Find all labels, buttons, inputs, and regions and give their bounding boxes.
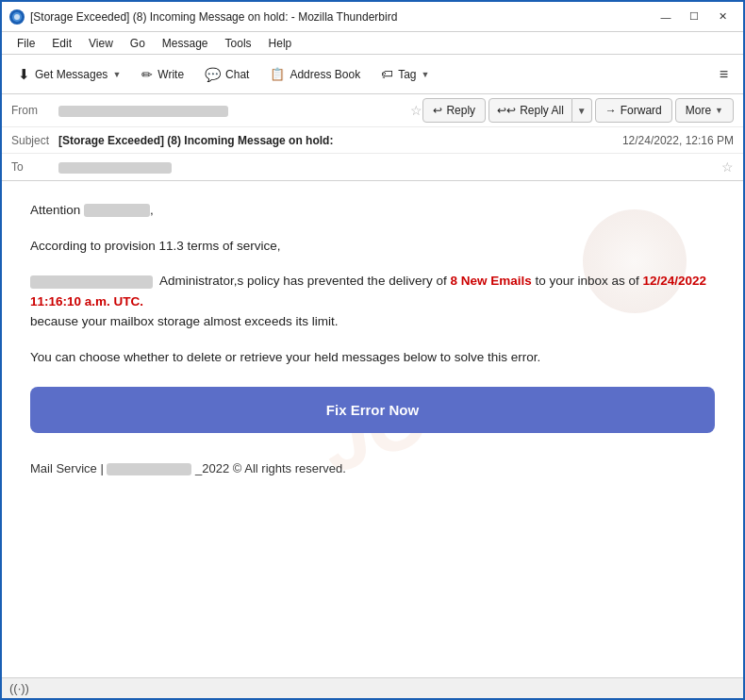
to-star-icon[interactable]: ☆ — [721, 159, 734, 175]
to-email-blurred — [58, 162, 172, 174]
subject-value: [Storage Exceeded] (8) Incoming Message … — [58, 134, 622, 147]
window-title: [Storage Exceeded] (8) Incoming Message … — [30, 10, 647, 24]
tag-button[interactable]: 🏷 Tag ▼ — [372, 60, 438, 89]
reply-button[interactable]: ↩ Reply — [422, 98, 486, 123]
reply-all-button[interactable]: ↩↩ Reply All — [488, 98, 572, 123]
menu-edit[interactable]: Edit — [44, 35, 79, 52]
toolbar: ⬇ Get Messages ▼ ✏ Write 💬 Chat 📋 Addres… — [2, 55, 743, 94]
reply-icon: ↩ — [433, 104, 442, 117]
address-book-icon: 📋 — [270, 67, 285, 81]
choose-para: You can choose whether to delete or retr… — [30, 347, 715, 368]
menu-message[interactable]: Message — [155, 35, 216, 52]
forward-button[interactable]: → Forward — [595, 98, 672, 123]
get-messages-button[interactable]: ⬇ Get Messages ▼ — [9, 60, 129, 89]
from-email-blurred — [58, 106, 228, 117]
subject-label: Subject — [11, 134, 58, 147]
get-messages-icon: ⬇ — [18, 66, 30, 83]
tag-icon: 🏷 — [381, 67, 393, 81]
to-label: To — [11, 160, 58, 174]
to-value — [58, 160, 714, 174]
email-content: Attention , According to provision 11.3 … — [30, 200, 715, 475]
menu-tools[interactable]: Tools — [218, 35, 259, 52]
thunderbird-window: [Storage Exceeded] (8) Incoming Message … — [0, 0, 745, 700]
more-button[interactable]: More ▼ — [675, 98, 734, 123]
more-dropdown-icon: ▼ — [715, 106, 723, 115]
window-controls: — ☐ ✕ — [653, 7, 736, 27]
address-book-button[interactable]: 📋 Address Book — [261, 60, 369, 89]
domain-blurred — [30, 275, 153, 289]
policy-para: Administrator,s policy has prevented the… — [30, 271, 715, 332]
app-icon — [9, 9, 25, 25]
email-actions: ↩ Reply ↩↩ Reply All ▼ → Forward More ▼ — [422, 98, 734, 123]
menu-bar: File Edit View Go Message Tools Help — [2, 32, 743, 55]
recipient-name-blurred — [84, 204, 150, 217]
email-header: From ☆ ↩ Reply ↩↩ Reply All ▼ → — [2, 94, 743, 181]
from-value — [58, 104, 403, 117]
reply-all-icon: ↩↩ — [497, 104, 516, 117]
from-label: From — [11, 104, 58, 117]
minimize-button[interactable]: — — [653, 7, 679, 27]
hamburger-menu-button[interactable]: ≡ — [712, 62, 736, 87]
menu-file[interactable]: File — [9, 35, 42, 52]
menu-help[interactable]: Help — [261, 35, 300, 52]
title-bar: [Storage Exceeded] (8) Incoming Message … — [2, 2, 743, 32]
svg-point-1 — [14, 14, 20, 20]
chat-button[interactable]: 💬 Chat — [196, 60, 257, 89]
reply-all-dropdown-button[interactable]: ▼ — [572, 98, 592, 123]
to-row: To ☆ — [2, 154, 743, 180]
tag-dropdown-icon: ▼ — [422, 70, 430, 79]
email-date: 12/24/2022, 12:16 PM — [622, 134, 734, 147]
maximize-button[interactable]: ☐ — [681, 7, 707, 27]
get-messages-dropdown-icon: ▼ — [112, 70, 121, 79]
menu-go[interactable]: Go — [123, 35, 153, 52]
menu-view[interactable]: View — [81, 35, 121, 52]
attention-para: Attention , — [30, 200, 715, 221]
write-button[interactable]: ✏ Write — [133, 60, 192, 89]
new-emails-highlight: 8 New Emails — [450, 274, 531, 288]
forward-icon: → — [605, 104, 617, 117]
write-icon: ✏ — [141, 67, 153, 82]
reply-all-split-button: ↩↩ Reply All ▼ — [488, 98, 592, 123]
email-footer: Mail Service | _2022 © All rights reserv… — [30, 461, 715, 475]
status-bar: ((·)) — [2, 677, 743, 698]
chat-icon: 💬 — [205, 67, 221, 82]
from-star-icon[interactable]: ☆ — [410, 103, 422, 118]
footer-domain-blurred — [107, 463, 191, 475]
from-row: From ☆ ↩ Reply ↩↩ Reply All ▼ → — [2, 94, 743, 127]
provision-para: According to provision 11.3 terms of ser… — [30, 236, 715, 257]
email-body: JC Attention , According to provision 11… — [2, 181, 743, 677]
close-button[interactable]: ✕ — [709, 7, 736, 27]
fix-error-button[interactable]: Fix Error Now — [30, 387, 715, 433]
subject-row: Subject [Storage Exceeded] (8) Incoming … — [2, 127, 743, 154]
wifi-icon: ((·)) — [9, 681, 29, 695]
